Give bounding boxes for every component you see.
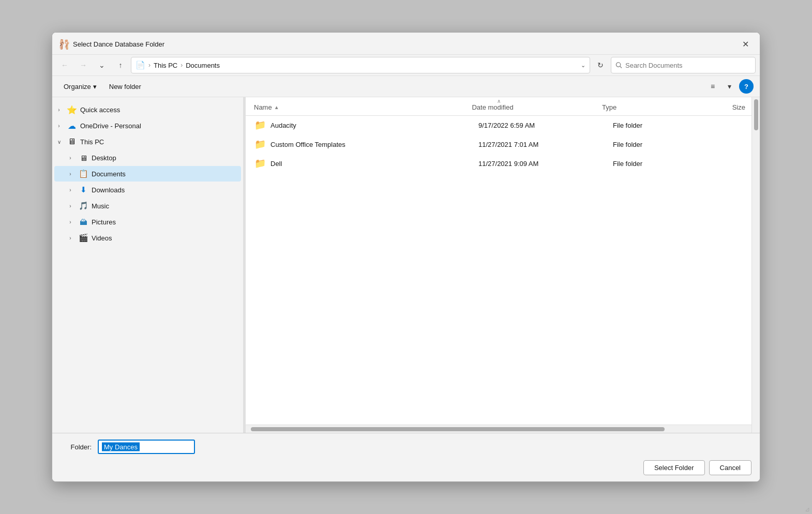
col-type-label: Type bbox=[602, 103, 616, 111]
col-name-sort-icon: ▲ bbox=[274, 104, 279, 110]
file-name: Custom Office Templates bbox=[270, 141, 472, 148]
main-area: › ⭐ Quick access › ☁ OneDrive - Personal… bbox=[52, 97, 760, 433]
title-bar-left: 🩰 Select Dance Database Folder bbox=[58, 39, 164, 49]
refresh-button[interactable]: ↻ bbox=[592, 57, 609, 73]
pictures-icon: 🏔 bbox=[78, 217, 88, 227]
sidebar-item-music[interactable]: › 🎵 Music bbox=[54, 198, 241, 214]
view-buttons: ≡ ▾ bbox=[705, 79, 737, 94]
file-name: Dell bbox=[270, 160, 472, 168]
up-button[interactable]: ↑ bbox=[112, 57, 129, 73]
dialog-title: Select Dance Database Folder bbox=[73, 40, 164, 48]
videos-label: Videos bbox=[92, 234, 112, 242]
organize-label: Organize bbox=[64, 83, 91, 90]
sidebar-item-this-pc[interactable]: ∨ 🖥 This PC bbox=[54, 134, 241, 149]
address-icon: 📄 bbox=[136, 61, 145, 70]
app-icon: 🩰 bbox=[58, 39, 69, 49]
file-name: Audacity bbox=[270, 122, 472, 129]
folder-icon: 📁 bbox=[254, 119, 266, 131]
downloads-chevron: › bbox=[66, 187, 75, 193]
horizontal-scrollbar[interactable] bbox=[246, 425, 751, 433]
folder-input-container: My Dances bbox=[98, 440, 751, 454]
svg-point-0 bbox=[616, 63, 620, 67]
dialog: 🩰 Select Dance Database Folder ✕ ← → ⌄ ↑… bbox=[52, 32, 760, 482]
sidebar-item-desktop[interactable]: › 🖥 Desktop bbox=[54, 150, 241, 165]
documents-icon: 📋 bbox=[78, 169, 88, 179]
bottom-bar: Folder: My Dances Select Folder Cancel ⊿ bbox=[52, 433, 760, 481]
folder-icon: 📁 bbox=[254, 157, 266, 170]
search-input[interactable] bbox=[625, 62, 751, 69]
table-row[interactable]: 📁 Dell 11/27/2021 9:09 AM File folder bbox=[246, 154, 751, 173]
this-pc-chevron: ∨ bbox=[54, 139, 64, 145]
pictures-chevron: › bbox=[66, 219, 75, 225]
col-date-label: Date modified bbox=[472, 103, 513, 111]
button-row: Select Folder Cancel bbox=[61, 460, 751, 475]
col-name-header[interactable]: Name ▲ bbox=[246, 99, 465, 113]
sidebar-item-onedrive[interactable]: › ☁ OneDrive - Personal bbox=[54, 118, 241, 133]
view-dropdown-button[interactable]: ▾ bbox=[721, 79, 737, 94]
sidebar-item-pictures[interactable]: › 🏔 Pictures bbox=[54, 214, 241, 230]
desktop-chevron: › bbox=[66, 155, 75, 161]
cancel-button[interactable]: Cancel bbox=[709, 460, 751, 475]
sidebar-item-quick-access[interactable]: › ⭐ Quick access bbox=[54, 102, 241, 117]
videos-icon: 🎬 bbox=[78, 233, 88, 243]
address-sep-1: › bbox=[148, 62, 151, 69]
back-button[interactable]: ← bbox=[56, 57, 73, 73]
table-row[interactable]: 📁 Custom Office Templates 11/27/2021 7:0… bbox=[246, 135, 751, 154]
folder-label: Folder: bbox=[61, 443, 92, 451]
file-type: File folder bbox=[607, 160, 741, 168]
desktop-label: Desktop bbox=[92, 154, 116, 162]
select-folder-button[interactable]: Select Folder bbox=[643, 460, 705, 475]
pictures-label: Pictures bbox=[92, 218, 116, 226]
quick-access-chevron: › bbox=[54, 107, 64, 113]
sidebar-item-documents[interactable]: › 📋 Documents bbox=[54, 166, 241, 182]
downloads-icon: ⬇ bbox=[78, 185, 88, 195]
col-size-header[interactable]: Size bbox=[726, 99, 751, 113]
toolbar: Organize ▾ New folder ≡ ▾ ? bbox=[52, 76, 760, 97]
folder-icon: 📁 bbox=[254, 138, 266, 150]
address-this-pc: This PC bbox=[154, 62, 177, 69]
new-folder-button[interactable]: New folder bbox=[104, 79, 146, 94]
file-type: File folder bbox=[607, 141, 741, 148]
close-button[interactable]: ✕ bbox=[737, 37, 754, 51]
address-documents: Documents bbox=[186, 62, 220, 69]
table-row[interactable]: 📁 Audacity 9/17/2022 6:59 AM File folder bbox=[246, 116, 751, 135]
new-folder-label: New folder bbox=[109, 83, 141, 90]
this-pc-label: This PC bbox=[80, 138, 104, 146]
downloads-label: Downloads bbox=[92, 186, 125, 194]
view-dropdown-icon: ▾ bbox=[728, 82, 731, 90]
organize-arrow: ▾ bbox=[93, 83, 97, 90]
address-bar[interactable]: 📄 › This PC › Documents ⌄ bbox=[131, 57, 590, 73]
documents-chevron: › bbox=[66, 171, 75, 177]
col-size-label: Size bbox=[732, 103, 745, 111]
sidebar-item-downloads[interactable]: › ⬇ Downloads bbox=[54, 182, 241, 198]
music-chevron: › bbox=[66, 203, 75, 209]
file-type: File folder bbox=[607, 122, 741, 129]
file-date: 9/17/2022 6:59 AM bbox=[472, 122, 607, 129]
recent-locations-button[interactable]: ⌄ bbox=[94, 57, 110, 73]
quick-access-label: Quick access bbox=[80, 106, 120, 114]
forward-button[interactable]: → bbox=[75, 57, 92, 73]
organize-button[interactable]: Organize ▾ bbox=[58, 79, 102, 94]
music-label: Music bbox=[92, 202, 109, 210]
file-date: 11/27/2021 7:01 AM bbox=[472, 141, 607, 148]
sidebar-item-videos[interactable]: › 🎬 Videos bbox=[54, 230, 241, 246]
help-button[interactable]: ? bbox=[739, 79, 754, 94]
column-headers: ∧ Name ▲ Date modified Type Size bbox=[246, 97, 751, 116]
address-sep-2: › bbox=[181, 62, 183, 69]
search-box[interactable] bbox=[611, 57, 756, 73]
file-list: 📁 Audacity 9/17/2022 6:59 AM File folder… bbox=[246, 116, 751, 425]
view-list-button[interactable]: ≡ bbox=[705, 79, 720, 94]
col-date-header[interactable]: Date modified bbox=[465, 99, 596, 113]
nav-bar: ← → ⌄ ↑ 📄 › This PC › Documents ⌄ ↻ bbox=[52, 55, 760, 76]
v-scroll-thumb[interactable] bbox=[754, 99, 758, 130]
desktop-icon: 🖥 bbox=[78, 153, 88, 163]
this-pc-icon: 🖥 bbox=[67, 137, 77, 147]
sort-arrow: ∧ bbox=[497, 98, 501, 104]
h-scroll-thumb[interactable] bbox=[251, 427, 665, 431]
vertical-scrollbar[interactable] bbox=[751, 97, 760, 433]
folder-row: Folder: My Dances bbox=[61, 440, 751, 454]
folder-input[interactable] bbox=[98, 440, 195, 454]
col-type-header[interactable]: Type bbox=[596, 99, 726, 113]
music-icon: 🎵 bbox=[78, 201, 88, 211]
file-area: ∧ Name ▲ Date modified Type Size bbox=[246, 97, 751, 433]
